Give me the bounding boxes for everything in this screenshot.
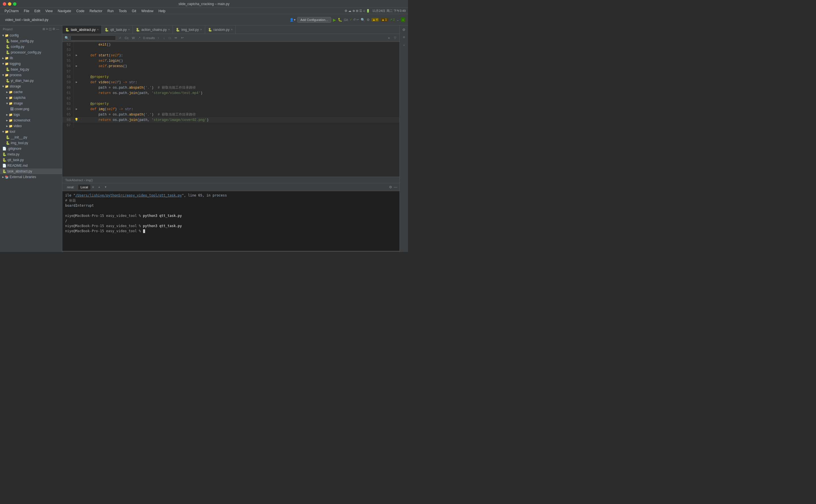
tree-item-config-py[interactable]: 🐍 config.py xyxy=(0,44,62,50)
tree-item-lib[interactable]: ▸ 📁 lib xyxy=(0,55,62,61)
expand-icon[interactable]: ⌄ xyxy=(396,18,399,22)
regex-icon[interactable]: .* xyxy=(137,36,141,40)
search-input[interactable] xyxy=(71,35,116,40)
tree-item-logs[interactable]: ▸ 📁 logs xyxy=(0,112,62,118)
line-code-67[interactable] xyxy=(79,123,399,128)
maximize-button[interactable] xyxy=(13,2,16,6)
tree-item-init[interactable]: 🐍 __init__.py xyxy=(0,134,62,140)
search-settings-icon[interactable]: ≡ xyxy=(387,36,391,40)
right-panel-icon-3[interactable]: ⌄ xyxy=(401,41,407,48)
settings-icon[interactable]: ⚙ xyxy=(366,18,370,22)
tab-close-1[interactable]: × xyxy=(128,28,130,31)
tree-item-meta[interactable]: 🐍 meta.py xyxy=(0,151,62,157)
search-wrap-icon[interactable]: ↩ xyxy=(180,35,185,40)
tab-close-0[interactable]: × xyxy=(97,28,99,31)
line-code-64[interactable]: def img(self) -> str: xyxy=(79,106,399,112)
tree-item-storage[interactable]: ▾ 📁 storage xyxy=(0,84,62,89)
warnings-badge[interactable]: ▲ 4 xyxy=(371,18,379,22)
case-icon[interactable]: Cc xyxy=(123,36,129,40)
tree-item-image[interactable]: ▾ 📁 image xyxy=(0,101,62,106)
search-multiline-icon[interactable]: ⇔ xyxy=(173,35,178,40)
right-panel-icon-2[interactable]: ≡ xyxy=(401,34,407,40)
menu-tools[interactable]: Tools xyxy=(116,8,129,14)
line-code-53[interactable] xyxy=(79,47,399,53)
add-config-button[interactable]: Add Configuration... xyxy=(297,17,331,23)
terminal-link-1[interactable]: /Users/lishiye/pythonSrc/easy_video_tool… xyxy=(75,193,182,197)
user-icon[interactable]: 👤▾ xyxy=(289,18,295,22)
terminal-close-icon[interactable]: — xyxy=(394,185,397,189)
line-code-63[interactable]: @property xyxy=(79,101,399,106)
close-tab-icon[interactable]: × xyxy=(92,185,94,189)
menu-code[interactable]: Code xyxy=(74,8,87,14)
menu-view[interactable]: View xyxy=(43,8,55,14)
tree-item-tool[interactable]: ▾ 📁 tool xyxy=(0,129,62,134)
tree-item-yi-dian[interactable]: 🐍 yi_dian_hao.py xyxy=(0,78,62,84)
git-sync-icon[interactable]: ↺ xyxy=(353,18,355,22)
tree-item-screenshot[interactable]: ▸ 📁 screenshot xyxy=(0,118,62,123)
line-code-56[interactable]: self.process() xyxy=(79,63,399,69)
git-check-icon[interactable]: ✓ xyxy=(349,18,352,22)
word-icon[interactable]: W xyxy=(131,36,136,40)
search-highlight-icon[interactable]: □ xyxy=(168,36,172,40)
line-code-59[interactable]: def video(self) -> str: xyxy=(79,80,399,85)
menu-navigate[interactable]: Navigate xyxy=(56,8,73,14)
menu-git[interactable]: Git xyxy=(129,8,138,14)
menu-file[interactable]: File xyxy=(22,8,31,14)
tab-qtt-task[interactable]: 🐍 qtt_task.py × xyxy=(102,25,133,34)
search-global-icon[interactable]: 🔍 xyxy=(361,18,365,22)
errors-badge[interactable]: ▲ 1 xyxy=(380,18,388,22)
tree-item-img-tool[interactable]: 🐍 img_tool.py xyxy=(0,140,62,146)
menu-window[interactable]: Window xyxy=(139,8,156,14)
line-code-66[interactable]: return os.path.join(path, 'storage/image… xyxy=(79,117,399,123)
tree-item-base-config[interactable]: 🐍 base_config.py xyxy=(0,38,62,44)
terminal-tab-add[interactable]: + xyxy=(96,185,102,190)
minimize-button[interactable] xyxy=(8,2,11,6)
bulb-icon[interactable]: 💡 xyxy=(74,118,78,121)
debug-icon[interactable]: 🐛 xyxy=(338,18,342,22)
tab-random[interactable]: 🐍 random.py × xyxy=(205,25,236,34)
tree-item-base-log[interactable]: 🐍 base_log.py xyxy=(0,67,62,72)
tree-item-process[interactable]: ▾ 📁 process xyxy=(0,72,62,78)
tab-close-4[interactable]: × xyxy=(231,28,233,31)
scope-icon[interactable]: ⊞ ≡ ◫ ⚙ — xyxy=(42,27,59,31)
tab-img-tool[interactable]: 🐍 img_tool.py × xyxy=(173,25,205,34)
tree-item-qtt-task[interactable]: 🐍 qtt_task.py xyxy=(0,157,62,163)
line-code-54[interactable]: def start(self): xyxy=(79,53,399,58)
tree-item-processor-config[interactable]: 🐍 processor_config.py xyxy=(0,50,62,55)
terminal-tab-dropdown[interactable]: ▾ xyxy=(104,184,107,190)
code-container[interactable]: 52 exit() 53 54 ▶ def xyxy=(62,42,399,177)
menu-refactor[interactable]: Refactor xyxy=(87,8,105,14)
line-code-61[interactable]: return os.path.join(path, 'storage/video… xyxy=(79,90,399,96)
tab-close-3[interactable]: × xyxy=(200,28,202,31)
ide-settings-icon[interactable]: ● xyxy=(401,18,405,22)
terminal-content[interactable]: ile "/Users/lishiye/pythonSrc/easy_video… xyxy=(62,191,399,251)
close-button[interactable] xyxy=(3,2,6,6)
line-code-65[interactable]: path = os.path.abspath('.') # 获取当前工作目录路径 xyxy=(79,112,399,117)
right-panel-icon-1[interactable]: ⚙ xyxy=(401,27,407,33)
search-next-icon[interactable]: ↓ xyxy=(162,36,166,40)
run-button[interactable]: ▶ xyxy=(333,18,336,22)
search-filter-icon[interactable]: ▽ xyxy=(393,35,397,40)
tree-item-captcha[interactable]: ▸ 📁 captcha xyxy=(0,95,62,101)
tree-item-logging[interactable]: ▾ 📁 logging xyxy=(0,61,62,67)
menu-run[interactable]: Run xyxy=(105,8,116,14)
line-code-62[interactable] xyxy=(79,96,399,101)
tab-close-2[interactable]: × xyxy=(168,28,170,31)
tree-item-gitignore[interactable]: 📄 .gitignore xyxy=(0,146,62,151)
line-code-52[interactable]: exit() xyxy=(79,42,399,47)
hints-badge[interactable]: ↗ 2 xyxy=(389,18,395,22)
tree-item-readme[interactable]: 📄 README.md xyxy=(0,163,62,168)
menu-edit[interactable]: Edit xyxy=(32,8,42,14)
line-code-55[interactable]: self.login() xyxy=(79,58,399,63)
menu-help[interactable]: Help xyxy=(156,8,168,14)
tree-item-task-abstract[interactable]: 🐍 task_abstract.py xyxy=(0,168,62,174)
terminal-tab-local[interactable]: Local xyxy=(78,185,90,190)
search-prev-icon[interactable]: ↑ xyxy=(157,36,161,40)
terminal-settings-icon[interactable]: ⚙ xyxy=(389,185,392,189)
menu-pycharm[interactable]: PyCharm xyxy=(2,8,21,14)
line-code-60[interactable]: path = os.path.abspath('.') # 获取当前工作目录路径 xyxy=(79,85,399,90)
git-undo-icon[interactable]: ↩ xyxy=(356,18,359,22)
line-code-58[interactable]: @property xyxy=(79,74,399,80)
tree-item-cache[interactable]: ▸ 📁 cache xyxy=(0,89,62,95)
tree-item-cover-png[interactable]: 🖼 cover.png xyxy=(0,106,62,112)
